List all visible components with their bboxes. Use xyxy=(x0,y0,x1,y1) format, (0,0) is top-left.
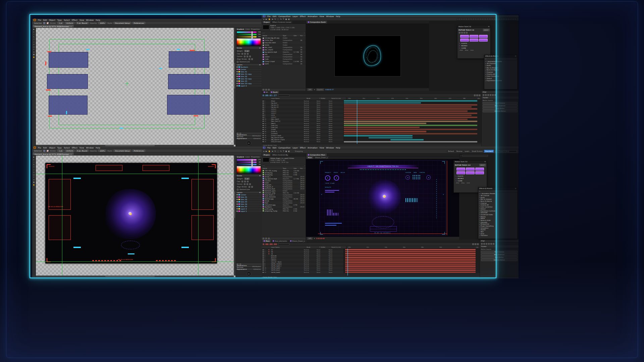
appearance-tab[interactable]: Appearance xyxy=(237,137,247,139)
tool-icon[interactable]: ▶ xyxy=(266,18,267,20)
menu-item[interactable]: Layer xyxy=(292,15,298,17)
width-profile-select[interactable]: Uniform xyxy=(65,22,74,24)
menu-item[interactable]: Effect xyxy=(72,147,77,149)
motion-blur-icon[interactable] xyxy=(472,243,474,245)
visibility-icon[interactable] xyxy=(236,69,238,70)
visibility-toggle[interactable] xyxy=(262,255,264,256)
layer-duration-bar[interactable] xyxy=(344,104,477,106)
width-profile-select[interactable]: Uniform xyxy=(65,149,74,152)
panel-menu-icon[interactable]: ≡ xyxy=(484,161,486,163)
visibility-toggle[interactable] xyxy=(262,111,264,112)
layer-trkmat[interactable]: None xyxy=(317,141,329,142)
attributes-tab[interactable]: Attributes xyxy=(252,265,261,267)
layer-trkmat[interactable]: None xyxy=(317,133,329,134)
timecode[interactable]: 0:00:00:00 xyxy=(263,243,277,246)
visibility-toggle[interactable] xyxy=(262,101,264,102)
vertical-scrollbar[interactable] xyxy=(234,28,235,145)
align-center-icon[interactable] xyxy=(249,186,250,188)
project-item[interactable]: 13_Hud_Bg_02.aep Folder xyxy=(262,37,306,39)
project-item[interactable]: 722-722_ct.png PNG file 114 KB xyxy=(262,170,306,172)
target-icon[interactable]: ◦ xyxy=(260,75,261,77)
target-icon[interactable]: ◦ xyxy=(260,196,261,198)
layer-duration-bar[interactable] xyxy=(344,121,477,122)
color-spectrum[interactable] xyxy=(237,166,261,174)
layer-row[interactable]: Layer 2 ◦ xyxy=(236,208,262,210)
align-inside-icon[interactable] xyxy=(251,58,253,60)
comp-subtab[interactable]: Dikala_Dawn_L xyxy=(314,156,329,159)
tab-color[interactable]: Color xyxy=(246,156,250,158)
layer-duration-bar[interactable] xyxy=(345,267,476,269)
tool-icon[interactable]: ✋ xyxy=(268,18,270,20)
menu-item[interactable]: Effect xyxy=(300,15,306,17)
horizontal-scrollbar[interactable] xyxy=(36,276,234,277)
project-item[interactable]: Comp 1.mp4 Importe... 1,4 MB 30 xyxy=(262,60,306,63)
tab-color[interactable]: Color xyxy=(246,28,250,30)
visibility-icon[interactable] xyxy=(236,194,238,195)
tab-effect-controls[interactable]: Effect Controls (none) xyxy=(271,21,292,23)
layer-mode[interactable]: Normal xyxy=(304,249,317,251)
menu-item[interactable]: Animation xyxy=(308,15,318,17)
time-ruler[interactable]: :00s02s04s06s08s10s12s14s xyxy=(346,246,480,248)
layer-trkmat[interactable]: None xyxy=(317,125,329,126)
menu-item[interactable]: View xyxy=(320,147,324,149)
menu-item[interactable]: Help xyxy=(336,147,340,149)
sub-label[interactable]: clone xyxy=(467,182,470,184)
corner-miter-icon[interactable] xyxy=(244,56,246,57)
tracker-button[interactable]: Warp Stabilizer xyxy=(481,253,518,256)
visibility-toggle[interactable] xyxy=(262,109,264,110)
tracker-panel-title[interactable]: Tracker xyxy=(480,245,519,248)
layer-mode[interactable]: Normal xyxy=(304,120,317,122)
workspace-tab[interactable]: Review xyxy=(455,150,464,153)
layer-trkmat[interactable]: None xyxy=(317,116,329,118)
slider-track[interactable] xyxy=(237,36,257,38)
zoom-select[interactable]: 20% xyxy=(307,88,313,91)
tab-properties[interactable]: Properties xyxy=(251,156,260,158)
layer-parent[interactable]: None xyxy=(329,249,343,251)
layer-trkmat[interactable]: None xyxy=(317,137,329,138)
menu-item[interactable]: Type xyxy=(57,19,62,21)
tab-effect-controls[interactable]: Effect Controls Bg xyxy=(271,154,289,156)
align-panel-title[interactable]: Align xyxy=(482,91,519,94)
artboard[interactable]: 444444 666656 SM-3D.03-REDUCER SM-3D-03-… xyxy=(45,163,217,263)
stroke-swatch[interactable] xyxy=(47,150,49,152)
tool-icon[interactable]: / xyxy=(34,169,34,171)
column-size[interactable]: Size xyxy=(293,35,300,37)
layer-trkmat[interactable]: None xyxy=(317,106,329,108)
visibility-toggle[interactable] xyxy=(262,257,264,258)
layer-trkmat[interactable]: None xyxy=(317,269,329,271)
visibility-toggle[interactable] xyxy=(262,265,264,266)
layer-trkmat[interactable]: None xyxy=(317,272,329,273)
tool-icon[interactable]: ⌖ xyxy=(34,34,35,36)
tool-icon[interactable]: ⌖ xyxy=(34,162,35,163)
tool-icon[interactable]: ✎ xyxy=(280,150,281,152)
layer-parent[interactable]: None xyxy=(329,118,343,120)
snapping-label[interactable]: Snapping xyxy=(295,150,303,152)
color-slider[interactable]: 278 xyxy=(237,159,261,161)
timeline-search[interactable] xyxy=(278,243,289,245)
layer-trkmat[interactable]: None xyxy=(317,253,329,255)
tool-icon[interactable]: ▦ xyxy=(33,182,35,183)
visibility-toggle[interactable] xyxy=(262,117,264,118)
visibility-toggle[interactable] xyxy=(262,253,264,254)
graph-editor-icon[interactable] xyxy=(479,95,480,96)
target-icon[interactable]: ◦ xyxy=(260,71,261,73)
layer-row[interactable]: Side_02 copy ◦ xyxy=(236,78,262,80)
align-center-icon[interactable] xyxy=(249,58,250,60)
visibility-toggle[interactable] xyxy=(262,272,264,273)
menu-item[interactable]: Edit xyxy=(43,19,47,21)
layer-trkmat[interactable]: None xyxy=(317,255,329,257)
layer-mode[interactable]: Normal xyxy=(304,257,317,259)
layer-mode[interactable]: Normal xyxy=(304,108,317,110)
project-item[interactable]: Kosmos.jpg Importe... 46 KB 29.97 xyxy=(262,198,306,200)
more-workspaces-icon[interactable]: » xyxy=(495,150,496,152)
layer-parent[interactable]: None xyxy=(329,253,343,255)
tool-icon[interactable]: ⟲ xyxy=(33,52,35,53)
dashed-line-checkbox[interactable] xyxy=(237,61,238,63)
tab-properties[interactable]: Properties xyxy=(251,28,260,30)
layer-parent[interactable]: None xyxy=(329,116,343,118)
layer-row[interactable]: Side_03 ◦ xyxy=(236,201,262,203)
layer-mode[interactable]: Normal xyxy=(304,139,317,140)
panel-menu-icon[interactable]: ≡ xyxy=(259,191,261,193)
project-item[interactable]: Futuristic HUD Folder xyxy=(262,42,306,44)
project-item[interactable]: Arrow.png PNG file 4 KB xyxy=(262,172,306,174)
